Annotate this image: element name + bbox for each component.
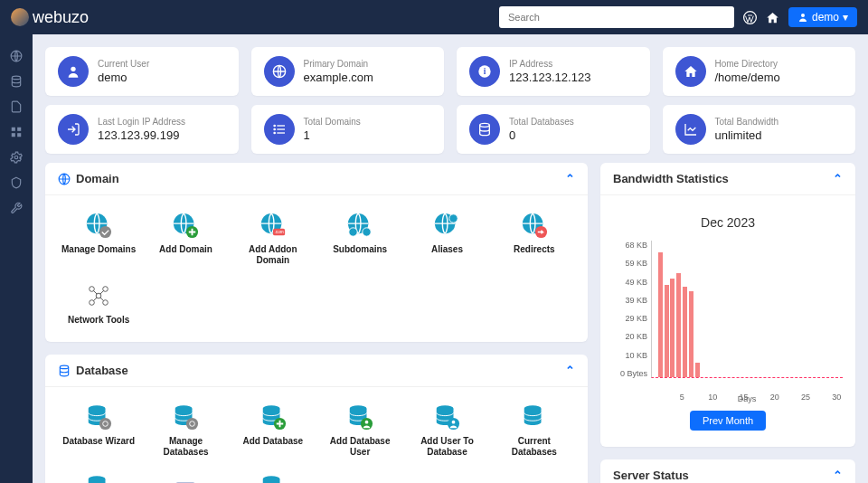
card-label: Total Databases (509, 117, 574, 127)
sidebar-item-security[interactable] (0, 170, 33, 195)
card-value: 0 (509, 128, 574, 142)
card-label: Total Domains (304, 117, 361, 127)
card-label: Current User (98, 59, 149, 69)
app-label: Redirects (514, 244, 555, 255)
card-label: Primary Domain (304, 59, 373, 69)
database-item[interactable]: phpphpMyAdmin (145, 470, 226, 483)
search-input[interactable] (499, 6, 734, 28)
domain-item[interactable]: Redirects (494, 208, 575, 270)
y-tick: 20 KB (613, 332, 647, 341)
app-icon: .com (259, 212, 287, 239)
bandwidth-panel-header[interactable]: Bandwidth Statistics ⌃ (600, 163, 855, 195)
database-item[interactable]: Manage Databases (145, 400, 226, 461)
database-panel-title: Database (76, 364, 128, 377)
info-icon: i (469, 56, 500, 87)
svg-point-40 (60, 365, 68, 369)
svg-point-17 (274, 128, 275, 129)
svg-text:.com: .com (274, 230, 283, 234)
svg-point-1 (801, 14, 805, 17)
info-card: Last Login IP Address123.123.99.199 (45, 105, 239, 154)
svg-point-19 (480, 123, 490, 127)
database-item[interactable]: Add Database (232, 400, 314, 461)
domain-item[interactable]: .comAdd Addon Domain (232, 208, 314, 270)
prev-month-button[interactable]: Prev Month (690, 411, 766, 431)
database-item[interactable]: Database Wizard (58, 400, 139, 461)
card-value: example.com (304, 71, 373, 84)
list-icon (264, 114, 295, 145)
domain-item[interactable]: Add Domain (145, 208, 226, 270)
x-axis-label: Days (651, 394, 843, 403)
app-icon (433, 403, 460, 431)
database-item[interactable]: Current Database Users (58, 470, 139, 483)
chevron-up-icon: ⌃ (833, 469, 843, 482)
server-status-header[interactable]: Server Status ⌃ (600, 459, 855, 483)
app-label: Add Domain (159, 244, 212, 255)
chart-bar (658, 252, 663, 377)
user-name: demo (812, 11, 839, 24)
svg-point-3 (12, 76, 20, 80)
database-item[interactable]: Remote Mysql Access (232, 470, 314, 483)
svg-rect-7 (17, 133, 21, 137)
card-value: unlimited (715, 128, 779, 142)
app-icon (521, 212, 548, 239)
app-label: Add Database (242, 436, 303, 447)
domain-panel-header[interactable]: Domain ⌃ (45, 163, 588, 195)
app-icon (172, 403, 199, 431)
chart-title: Dec 2023 (613, 215, 843, 230)
app-icon (521, 403, 548, 431)
sidebar-item-files[interactable] (0, 94, 33, 119)
app-icon (346, 212, 373, 239)
sidebar-item-database[interactable] (0, 69, 33, 94)
database-panel-header[interactable]: Database ⌃ (45, 355, 588, 387)
domain-panel: Domain ⌃ Manage DomainsAdd Domain.comAdd… (45, 163, 588, 342)
database-item[interactable]: Add User To Database (406, 400, 487, 461)
user-menu-button[interactable]: demo ▾ (788, 7, 857, 27)
app-label: Manage Databases (148, 436, 222, 458)
database-panel: Database ⌃ Database WizardManage Databas… (45, 355, 588, 483)
sidebar-item-domain[interactable] (0, 43, 33, 69)
svg-point-9 (71, 67, 75, 71)
user-icon (797, 12, 808, 23)
card-label: Total Bandwidth (715, 117, 779, 127)
brand-text: webuzo (33, 8, 89, 27)
y-tick: 0 Bytes (613, 369, 647, 378)
svg-point-18 (274, 132, 275, 133)
server-status-panel: Server Status ⌃ (600, 459, 855, 483)
domain-item[interactable]: Subdomains (319, 208, 401, 270)
wordpress-icon[interactable] (743, 11, 757, 24)
logo: webuzo (11, 8, 89, 27)
app-label: Network Tools (68, 315, 129, 326)
chevron-up-icon: ⌃ (565, 364, 575, 377)
svg-point-29 (349, 228, 357, 236)
app-icon (85, 282, 112, 309)
home-icon (675, 56, 706, 87)
y-tick: 68 KB (613, 241, 647, 250)
info-card: Total Domains1 (251, 105, 445, 154)
info-card: iIP Address123.123.12.123 (457, 47, 650, 96)
card-label: Home Directory (715, 59, 780, 69)
app-label: Current Databases (497, 436, 571, 458)
sidebar-item-settings[interactable] (0, 145, 33, 170)
domain-item[interactable]: Aliases (406, 208, 487, 270)
app-icon (172, 212, 199, 239)
home-icon[interactable] (766, 11, 779, 24)
app-icon (259, 403, 287, 431)
card-value: 123.123.99.199 (98, 128, 185, 142)
database-item[interactable]: Current Databases (494, 400, 575, 461)
svg-rect-4 (12, 128, 15, 131)
svg-point-45 (186, 418, 198, 430)
chart-bar (676, 273, 681, 377)
info-card: Current Userdemo (45, 47, 239, 96)
chart-bar (689, 291, 693, 377)
bandwidth-panel: Bandwidth Statistics ⌃ Dec 2023 68 KB59 … (600, 163, 855, 447)
user-icon (58, 56, 89, 87)
server-status-title: Server Status (613, 469, 689, 482)
database-item[interactable]: Add Database User (319, 400, 401, 461)
sidebar-item-apps[interactable] (0, 119, 33, 145)
domain-item[interactable]: Network Tools (58, 279, 139, 329)
database-icon (58, 365, 71, 377)
globe-icon (58, 173, 71, 185)
domain-item[interactable]: Manage Domains (58, 208, 139, 270)
sidebar-item-tools[interactable] (0, 195, 33, 221)
svg-point-32 (449, 214, 458, 223)
